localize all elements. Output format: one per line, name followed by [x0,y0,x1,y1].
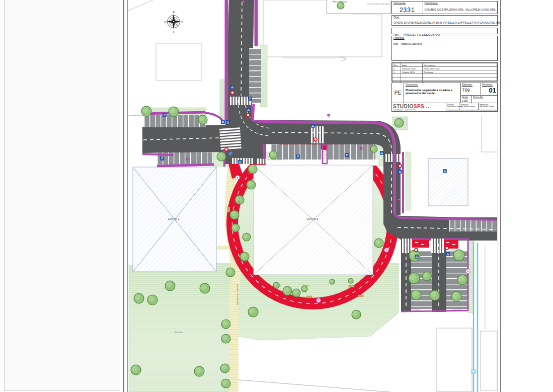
disclaimer-text: Il presente elaborato non puo' essere ri… [446,110,497,112]
svg-text:P: P [161,157,163,160]
bench-symbol [306,296,312,298]
lotto1-label: LOTTO 1 [168,217,180,220]
parking-sign-icon: P [296,154,299,158]
tree-symbol [453,250,464,261]
tree-symbol [409,250,420,261]
lotto2-label: LOTTO 2 [307,217,319,220]
tree-symbol [430,290,440,300]
tree-symbol [409,273,420,284]
hatched-building [428,159,468,206]
tree-symbol [348,278,353,283]
no-entry-sign-icon [225,148,228,151]
commessa-value: 2331 [393,7,421,14]
tree-symbol [240,252,249,261]
utility-manhole-icon [384,248,388,252]
titolo-label: Titolo: [393,16,496,19]
commessa-label: Commessa: [393,2,421,5]
parking-sign-icon: P [221,120,224,124]
progettisti-box: Progettisti: ing. Matteo Danielli [391,36,498,61]
scala-value: 1:250 [462,100,470,102]
tree-symbol [165,281,175,291]
elaborato-value: T09 [462,88,480,93]
document-info-box: PE Documento: Planimetria segnaletica st… [391,83,498,112]
tree-symbol [451,291,461,301]
tree-symbol [217,152,226,161]
tree-symbol [221,320,230,329]
legend-box: Acer campestre essenza arborea di proget… [327,0,391,14]
street-lamp-icon [328,114,330,117]
lotto2-parcel: LOTTO 2 [254,165,373,275]
pedestrian-crossing-sign-icon [380,151,384,155]
no-entry-sign-icon [399,165,402,168]
pedestrian-crossing-sign-icon [231,86,234,89]
tree-symbol [394,118,404,127]
tree-symbol [147,295,157,305]
parking-stall-group [271,144,321,160]
street-lamp-icon [360,147,363,150]
titolo-box: Titolo: OPERE DI URBANIZZAZIONE AT10 IN … [391,15,498,26]
tree-symbol [269,151,277,159]
documento-label: Documento: [406,84,459,87]
nomefile-label: Nome file: [473,96,496,99]
street-lamp-icon [243,1,245,3]
tree-symbol [457,275,467,285]
tree-symbol [220,364,229,373]
rev-header-row: Rev. Data Descrizione [392,63,497,67]
no-entry-sign-icon [231,91,234,94]
parking-sign-icon: P [163,113,166,116]
tree-symbol [337,2,344,9]
utility-manhole-icon [235,176,240,180]
keep-right-sign-icon [229,152,232,155]
scala-label: Scala: [462,96,470,99]
tree-symbol [248,165,257,174]
tree-symbol [198,115,207,124]
data-col: Data [401,63,423,67]
revisione-cell: Revisione: 01 [481,83,497,96]
studio-sps-logo: STUDIOSPS s.r.l. Via G. Marconi 12 - 209… [392,103,446,112]
tree-symbol [330,279,335,284]
svg-text:P: P [297,155,299,158]
lotto1-parcel: LOTTO 1 [133,167,216,272]
progettista-titolo: ing. [393,42,399,45]
rev-row-empty [392,77,497,81]
tree-symbol [301,286,307,292]
tree-symbol [273,282,279,288]
tree-symbol [248,307,258,317]
elaborato-cell: Elaborato: T09 [461,83,481,96]
dog-area-label: area cani [174,331,183,333]
tree-symbol [292,289,300,297]
adjacent-empty-sheet [4,0,120,391]
speed-table [412,240,429,248]
documento-cell: Documento: Planimetria segnaletica strad… [404,83,461,103]
svg-text:P: P [164,113,166,116]
parking-sign-icon: P [160,156,164,160]
scala-cell: Scala: 1:250 [461,96,472,103]
tree-symbol [370,145,377,152]
tree-symbol [422,272,431,281]
tree-symbol [411,290,421,300]
tree-symbol [141,106,151,116]
street-lamp-icon [186,158,189,161]
committente-value: GIEMME COSTRUZIONI SRL, VILLORESI CASE S… [425,8,496,11]
compass-n: N [172,11,175,14]
tree-symbol [352,310,361,319]
bench-symbol [227,207,230,212]
commessa-committente-box: Commessa: 2331 Committente: GIEMME COSTR… [391,1,498,14]
nomefile-cell: Nome file: [472,96,497,103]
tree-symbol [226,268,235,277]
progettisti-label: Progettisti: [393,37,496,40]
no-entry-sign-icon [445,247,448,250]
legend-note-label: essenza arborea di progetto [367,3,390,5]
revisione-value: 01 [482,87,496,94]
tree-symbol [221,379,230,388]
pedestrian-crossing-sign-icon [247,108,251,112]
svg-text:P: P [222,121,224,124]
tree-symbol [283,286,292,295]
drawing-viewer: LOTTO 1 LOTTO 2 [0,0,553,392]
title-block: Commessa: 2331 Committente: GIEMME COSTR… [391,1,498,113]
bench-symbol [358,295,363,297]
pedestrian-crossing-sign-icon [443,170,447,173]
progettista-value: ing. Matteo Danielli [393,42,496,45]
pedestrian-crossing-sign-icon [399,170,402,174]
sheet-right-frame-inner [498,0,498,392]
